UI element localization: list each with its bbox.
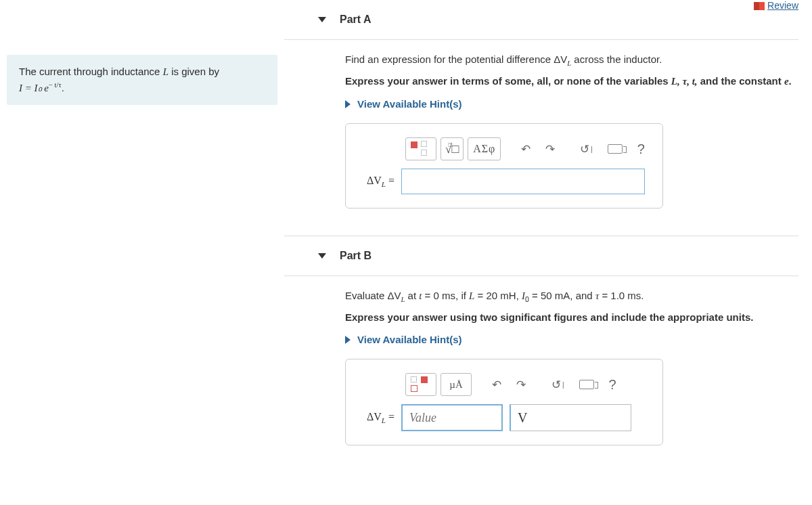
part-a-answer-box: √□ ΑΣφ ↶ ↷ ↺| ? ΔVL =	[345, 123, 663, 208]
reset-icon: ↺	[580, 142, 589, 156]
review-link[interactable]: Review	[754, 0, 798, 11]
part-a-hints-toggle[interactable]: View Available Hint(s)	[345, 98, 798, 110]
reset-icon: ↺	[551, 378, 561, 392]
templates-button[interactable]	[405, 373, 436, 396]
part-b-instruction: Express your answer using two significan…	[345, 310, 798, 324]
part-a-question: Find an expression for the potential dif…	[345, 53, 798, 67]
help-button[interactable]: ?	[632, 137, 650, 160]
templates-button[interactable]	[405, 137, 436, 160]
reset-button[interactable]: ↺|	[574, 137, 598, 160]
keyboard-button[interactable]	[574, 373, 600, 396]
greek-button[interactable]: ΑΣφ	[468, 137, 501, 160]
part-a-instruction: Express your answer in terms of some, al…	[345, 74, 798, 89]
greek-icon: ΑΣφ	[473, 143, 495, 155]
part-b-body: Evaluate ΔVL at t = 0 ms, if L = 20 mH, …	[318, 276, 812, 473]
part-a-header[interactable]: Part A	[318, 0, 812, 39]
part-b-title: Part B	[340, 250, 371, 262]
undo-icon: ↶	[492, 378, 501, 392]
hints-label: View Available Hint(s)	[357, 334, 462, 345]
part-b-toolbar: µÅ ↶ ↷ ↺| ?	[358, 373, 650, 396]
redo-button[interactable]: ↷	[511, 373, 531, 396]
part-a-answer-input[interactable]	[401, 169, 645, 194]
help-button[interactable]: ?	[604, 373, 622, 396]
review-link-label: Review	[767, 0, 798, 11]
part-a-title: Part A	[340, 14, 371, 26]
help-icon: ?	[637, 141, 645, 157]
flag-icon	[754, 2, 765, 10]
caret-right-icon	[345, 100, 351, 108]
units-button[interactable]: µÅ	[441, 373, 472, 396]
units-icon: µÅ	[449, 379, 462, 391]
caret-right-icon	[345, 336, 351, 344]
part-b-hints-toggle[interactable]: View Available Hint(s)	[345, 334, 798, 345]
reset-button[interactable]: ↺|	[546, 373, 570, 396]
keyboard-icon	[608, 144, 623, 154]
undo-button[interactable]: ↶	[516, 137, 536, 160]
problem-sidebar: The current through inductance L is give…	[0, 0, 284, 105]
caret-down-icon	[318, 253, 326, 259]
hints-label: View Available Hint(s)	[357, 98, 462, 110]
template-icon	[421, 376, 428, 383]
problem-statement: The current through inductance L is give…	[7, 55, 277, 105]
part-b-header[interactable]: Part B	[318, 236, 812, 276]
redo-icon: ↷	[545, 142, 555, 156]
redo-icon: ↷	[516, 378, 526, 392]
undo-button[interactable]: ↶	[487, 373, 507, 396]
part-b-value-input[interactable]	[401, 404, 503, 431]
part-a-toolbar: √□ ΑΣφ ↶ ↷ ↺| ?	[358, 137, 650, 160]
undo-icon: ↶	[521, 142, 531, 156]
template-icon	[411, 141, 418, 148]
caret-down-icon	[318, 17, 326, 22]
part-a-body: Find an expression for the potential dif…	[318, 40, 812, 236]
part-b-unit-input[interactable]	[510, 404, 631, 431]
redo-button[interactable]: ↷	[540, 137, 560, 160]
help-icon: ?	[609, 377, 616, 393]
part-a-eq-label: ΔVL =	[358, 175, 394, 188]
part-b-question: Evaluate ΔVL at t = 0 ms, if L = 20 mH, …	[345, 290, 798, 303]
keyboard-icon	[579, 380, 594, 389]
sqrt-icon: √□	[445, 142, 459, 156]
sqrt-button[interactable]: √□	[441, 137, 464, 160]
part-b-eq-label: ΔVL =	[358, 411, 394, 424]
part-b-answer-box: µÅ ↶ ↷ ↺| ? ΔVL =	[345, 359, 663, 445]
keyboard-button[interactable]	[602, 137, 628, 160]
